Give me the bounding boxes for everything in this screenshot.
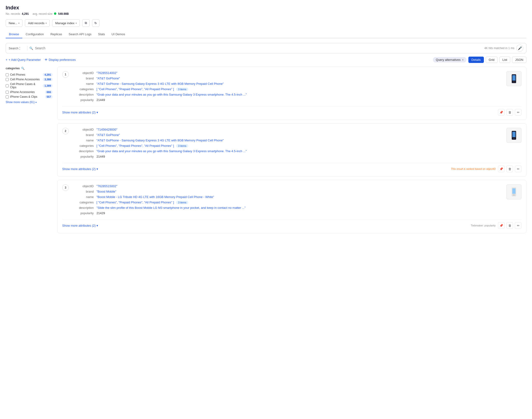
result-fields-3: objectID "76285515002" brand "Boost Mobi… (73, 184, 503, 217)
sidebar-search-icon[interactable]: 🔍 (21, 67, 25, 70)
copy-button[interactable]: ⧉ (82, 19, 90, 27)
new-caret-icon: ▾ (18, 22, 19, 25)
sidebar-item-cell-phones[interactable]: Cell Phones 4,291 (6, 72, 53, 77)
pin-button-2[interactable]: 📌 (498, 166, 505, 172)
result-thumb-3 (507, 184, 521, 199)
show-more-attrs-3[interactable]: Show more attributes (2) ▾ (62, 224, 98, 227)
search-label-area: Search ▴ ▾ (9, 46, 27, 50)
result-fields-1: objectID "76285514002" brand "AT&T GoPho… (73, 71, 503, 104)
mic-button[interactable]: 🎤 (516, 45, 523, 52)
edit-icon-1: ✏ (517, 111, 519, 114)
sidebar-section-label: categories (6, 67, 20, 70)
query-alt-close-button[interactable]: × (462, 58, 464, 62)
pin-button-3[interactable]: 📌 (498, 222, 505, 229)
rank-note-2: This result is ranked based on objectID (451, 168, 496, 170)
add-records-button[interactable]: Add records ▾ (25, 19, 50, 27)
tab-configuration[interactable]: Configuration (22, 30, 47, 38)
pin-icon-3: 📌 (499, 224, 503, 227)
view-json-button[interactable]: JSON (512, 57, 526, 63)
query-bar: + + Add Query Parameter 👁 Display prefer… (6, 57, 526, 63)
manage-caret-icon: ▾ (76, 22, 77, 25)
tab-browse[interactable]: Browse (6, 30, 22, 38)
result-thumb-2 (507, 128, 521, 143)
results-list: 1 objectID "76285514002" brand "AT&T GoP… (57, 67, 526, 236)
search-input[interactable] (35, 46, 482, 50)
result-fields-2: objectID "71456429000" brand "AT&T GoPho… (73, 128, 503, 160)
tab-replicas[interactable]: Replicas (47, 30, 65, 38)
records-meta: No. records 4,291 (6, 12, 29, 15)
search-icon: 🔍 (29, 47, 33, 50)
query-alternatives-badge: Query alternatives × (433, 57, 467, 63)
nav-tabs: Browse Configuration Replicas Search API… (6, 30, 526, 38)
pin-button-1[interactable]: 📌 (498, 109, 505, 116)
sidebar-checkbox-accessories[interactable] (6, 78, 9, 81)
sidebar-checkbox-cell-phones[interactable] (6, 73, 9, 76)
svg-rect-8 (513, 195, 514, 196)
search-arrows[interactable]: ▴ ▾ (19, 46, 20, 50)
tab-search-api-logs[interactable]: Search API Logs (65, 30, 95, 38)
edit-button-2[interactable]: ✏ (515, 166, 521, 172)
add-records-caret-icon: ▾ (46, 22, 47, 25)
copy-icon: ⧉ (85, 21, 87, 25)
edit-icon-2: ✏ (517, 167, 519, 171)
result-number-2: 2 (62, 128, 69, 134)
result-thumb-1 (507, 71, 521, 86)
sidebar-item-iphone-cases[interactable]: iPhone Cases & Clips 557 (6, 94, 53, 99)
show-more-attrs-2[interactable]: Show more attributes (2) ▾ (62, 167, 98, 171)
trash-icon-3: 🗑 (508, 224, 511, 227)
sidebar-item-cell-phone-cases[interactable]: Cell Phone Cases & Clips 1,389 (6, 82, 53, 90)
sidebar-item-cell-phone-accessories[interactable]: Cell Phone Accessories 3,388 (6, 77, 53, 82)
trash-icon-2: 🗑 (508, 167, 511, 171)
sidebar-checkbox-iphone-accessories[interactable] (6, 91, 9, 94)
mic-icon: 🎤 (518, 46, 522, 50)
view-list-button[interactable]: List (499, 57, 510, 63)
result-card-3: 3 objectID "76285515002" brand "Boost Mo… (57, 180, 526, 233)
manage-index-button[interactable]: Manage index ▾ (52, 19, 80, 27)
view-details-button[interactable]: Details (468, 57, 484, 63)
delete-button-2[interactable]: 🗑 (507, 166, 513, 172)
show-more-attrs-1[interactable]: Show more attributes (2) ▾ (62, 111, 98, 114)
svg-rect-4 (512, 132, 515, 137)
plus-icon: + (6, 58, 8, 62)
view-grid-button[interactable]: Grid (486, 57, 498, 63)
result-card-1: 1 objectID "76285514002" brand "AT&T GoP… (57, 67, 526, 120)
svg-rect-1 (512, 75, 515, 80)
pin-icon-1: 📌 (499, 111, 503, 114)
delete-button-1[interactable]: 🗑 (507, 109, 513, 116)
refresh-icon: ↻ (94, 21, 97, 25)
tiebreaker-3: Tiebreaker: popularity (471, 224, 496, 227)
svg-rect-2 (513, 81, 514, 82)
sidebar-checkbox-iphone-cases[interactable] (6, 95, 9, 98)
edit-button-1[interactable]: ✏ (515, 109, 521, 116)
show-more-caret-icon-2: ▾ (97, 167, 98, 171)
page-title: Index (6, 5, 526, 11)
svg-rect-5 (513, 138, 514, 139)
search-bar: Search ▴ ▾ 🔍 4K hits matched in 1 ms 🎤 (6, 43, 526, 53)
show-more-caret-icon-1: ▾ (97, 111, 98, 114)
pin-icon-2: 📌 (499, 167, 503, 171)
sidebar: categories 🔍 Cell Phones 4,291 Cell Phon… (6, 67, 53, 236)
edit-button-3[interactable]: ✏ (515, 222, 521, 229)
sidebar-checkbox-cases[interactable] (6, 84, 9, 87)
display-prefs-button[interactable]: 👁 Display preferences (45, 58, 76, 62)
result-number-1: 1 (62, 71, 69, 78)
result-card-2: 2 objectID "71456429000" brand "AT&T GoP… (57, 123, 526, 177)
show-more-caret-icon-3: ▾ (97, 224, 98, 227)
eye-icon: 👁 (45, 58, 48, 62)
search-hits: 4K hits matched in 1 ms (484, 47, 514, 50)
new-button[interactable]: New... ▾ (6, 19, 23, 27)
trash-icon-1: 🗑 (508, 111, 511, 114)
show-more-caret-icon: ▾ (36, 101, 37, 104)
add-query-param-button[interactable]: + + Add Query Parameter (6, 58, 41, 62)
avg-meta: avg. record size 549.98B (33, 12, 69, 15)
tab-stats[interactable]: Stats (95, 30, 108, 38)
sidebar-item-iphone-accessories[interactable]: iPhone Accessories 666 (6, 90, 53, 94)
delete-button-3[interactable]: 🗑 (507, 222, 513, 229)
show-more-values-button[interactable]: Show more values (61) ▾ (6, 101, 53, 104)
svg-rect-7 (512, 188, 515, 194)
edit-icon-3: ✏ (517, 224, 519, 227)
refresh-button[interactable]: ↻ (92, 19, 100, 27)
result-number-3: 3 (62, 184, 69, 191)
tab-ui-demos[interactable]: UI Demos (108, 30, 128, 38)
